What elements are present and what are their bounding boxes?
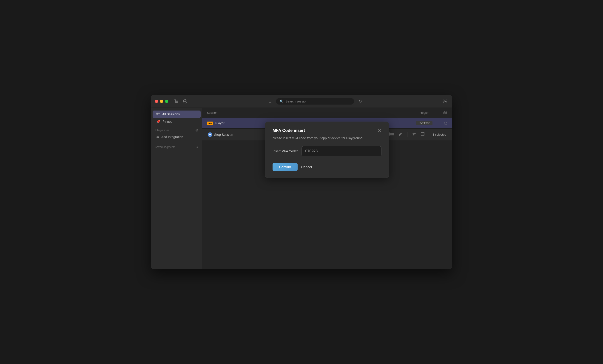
- minimize-button[interactable]: [160, 100, 163, 103]
- maximize-button[interactable]: [165, 100, 168, 103]
- app-window: ☰ 🔍 ↻: [151, 95, 452, 269]
- sidebar-toggle-button[interactable]: [173, 98, 179, 105]
- integrations-label: Integrations: [155, 129, 169, 132]
- grid-icon: [156, 112, 160, 116]
- chevron-up-icon[interactable]: ∧: [196, 145, 198, 149]
- mfa-field-label: Insert MFA Code*: [273, 149, 298, 153]
- svg-rect-0: [174, 99, 175, 103]
- sidebar: All Sessions 📌 Pinned Integrations ⊕ ⊕ A…: [151, 108, 202, 269]
- svg-rect-10: [156, 114, 158, 115]
- svg-rect-8: [156, 113, 158, 114]
- settings-button[interactable]: [442, 98, 448, 105]
- sidebar-item-add-integration[interactable]: ⊕ Add Integration: [153, 133, 201, 141]
- modal-title: MFA Code insert: [273, 128, 305, 133]
- sidebar-item-all-sessions[interactable]: All Sessions: [153, 111, 201, 118]
- saved-segments-section: Saved segments ∧: [151, 142, 202, 150]
- search-icon: 🔍: [280, 99, 284, 103]
- modal-actions: Confirm Cancel: [273, 163, 382, 171]
- filter-icon[interactable]: ☰: [267, 98, 273, 105]
- confirm-button[interactable]: Confirm: [273, 163, 298, 171]
- main-area: All Sessions 📌 Pinned Integrations ⊕ ⊕ A…: [151, 108, 452, 269]
- svg-rect-9: [158, 113, 160, 114]
- modal-overlay: MFA Code insert ✕ please insert MFA code…: [202, 108, 452, 257]
- refresh-button[interactable]: ↻: [357, 98, 363, 105]
- mfa-field: Insert MFA Code*: [273, 146, 382, 156]
- pin-icon: 📌: [156, 120, 160, 123]
- modal-close-button[interactable]: ✕: [378, 129, 382, 133]
- add-integration-icon[interactable]: ⊕: [195, 128, 198, 132]
- mfa-code-input[interactable]: [302, 146, 382, 156]
- modal-description: please insert MFA code from your app or …: [273, 136, 382, 141]
- sidebar-item-pinned[interactable]: 📌 Pinned: [153, 118, 201, 125]
- add-icon: ⊕: [156, 135, 159, 139]
- svg-rect-11: [158, 114, 160, 115]
- saved-segments-label: Saved segments: [155, 145, 175, 149]
- titlebar: ☰ 🔍 ↻: [151, 95, 452, 108]
- sidebar-item-add-integration-label: Add Integration: [161, 135, 183, 139]
- cancel-button[interactable]: Cancel: [301, 165, 312, 169]
- close-button[interactable]: [155, 100, 158, 103]
- mfa-modal: MFA Code insert ✕ please insert MFA code…: [265, 122, 389, 178]
- sidebar-item-pinned-label: Pinned: [162, 120, 173, 123]
- integrations-section: Integrations ⊕: [151, 125, 202, 133]
- content-area: Session Region aws Play: [202, 108, 452, 269]
- sidebar-item-all-sessions-label: All Sessions: [162, 112, 180, 116]
- traffic-lights: [155, 100, 168, 103]
- search-bar: 🔍: [276, 98, 354, 105]
- new-tab-button[interactable]: [182, 98, 188, 105]
- modal-header: MFA Code insert ✕: [273, 128, 382, 133]
- svg-point-7: [444, 101, 446, 102]
- search-input[interactable]: [285, 99, 350, 103]
